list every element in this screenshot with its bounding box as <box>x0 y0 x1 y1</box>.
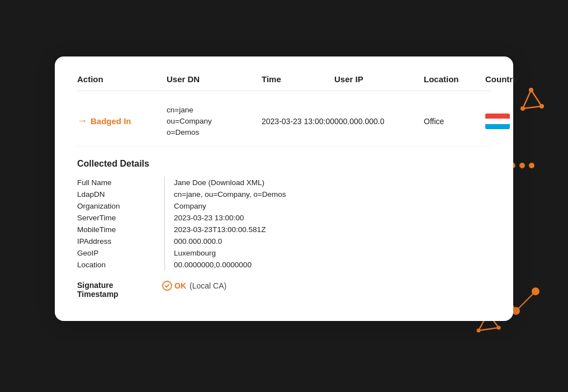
details-divider <box>164 177 165 271</box>
dot-2 <box>519 163 525 168</box>
label-ldapdn: LdapDN <box>77 188 155 200</box>
signature-value: OK (Local CA) <box>162 281 226 291</box>
country-cell <box>485 114 541 129</box>
val-organization: Company <box>174 200 379 212</box>
label-geoip: GeoIP <box>77 247 155 259</box>
outer-container: Action User DN Time User IP Location Cou… <box>55 56 513 336</box>
label-servertime: ServerTime <box>77 212 155 224</box>
val-location: 00.0000000,0.0000000 <box>174 259 379 271</box>
label-mobiletime: MobileTime <box>77 224 155 235</box>
propeller-icon-top-right <box>516 87 547 112</box>
col-time: Time <box>262 74 334 84</box>
val-ipaddress: 000.000.000.0 <box>174 235 379 247</box>
time-cell: 2023-03-23 13:00:00 <box>262 117 334 126</box>
val-servertime: 2023-03-23 13:00:00 <box>174 212 379 224</box>
details-labels-col: Full Name LdapDN Organization ServerTime… <box>77 177 155 271</box>
label-fullname: Full Name <box>77 177 155 188</box>
action-label: Badged In <box>91 116 131 126</box>
signature-row: SignatureTimestamp OK (Local CA) <box>77 281 491 299</box>
table-row: → Badged In cn=jane ou=Company o=Demos 2… <box>77 97 491 147</box>
details-table: Full Name LdapDN Organization ServerTime… <box>77 177 379 271</box>
table-header: Action User DN Time User IP Location Cou… <box>77 74 491 91</box>
col-user-ip: User IP <box>334 74 424 84</box>
svg-point-32 <box>477 328 481 332</box>
svg-point-5 <box>520 106 525 111</box>
ok-circle-icon <box>162 281 172 291</box>
flag-stripe-red <box>485 114 510 119</box>
badge-in-icon: → <box>77 115 87 127</box>
svg-line-1 <box>523 90 531 108</box>
label-organization: Organization <box>77 200 155 212</box>
signature-label: SignatureTimestamp <box>77 281 155 299</box>
val-fullname: Jane Doe (Download XML) <box>174 177 379 188</box>
label-location: Location <box>77 259 155 271</box>
svg-line-2 <box>531 90 542 106</box>
val-mobiletime: 2023-03-23T13:00:00.581Z <box>174 224 379 235</box>
svg-line-3 <box>523 106 542 108</box>
flag-stripe-white <box>485 119 510 125</box>
svg-point-4 <box>529 88 533 92</box>
action-cell: → Badged In <box>77 115 167 127</box>
dot-3 <box>529 163 534 168</box>
svg-point-24 <box>532 287 539 295</box>
svg-point-6 <box>539 104 544 108</box>
location-cell: Office <box>424 117 485 126</box>
col-country: Country <box>485 74 541 84</box>
flag-luxembourg <box>485 114 510 129</box>
flag-stripe-blue <box>485 124 510 129</box>
ok-text: OK <box>174 281 186 290</box>
svg-point-23 <box>512 307 520 315</box>
main-card: Action User DN Time User IP Location Cou… <box>55 56 513 322</box>
val-geoip: Luxembourg <box>174 247 379 259</box>
col-user-dn: User DN <box>167 74 262 84</box>
ok-sub-text: (Local CA) <box>190 281 226 290</box>
col-action: Action <box>77 74 167 84</box>
svg-line-27 <box>516 291 536 311</box>
details-values-col: Jane Doe (Download XML) cn=jane, ou=Comp… <box>174 177 379 271</box>
svg-point-33 <box>497 325 501 329</box>
col-location: Location <box>424 74 485 84</box>
user-ip-cell: 000.000.000.0 <box>334 117 424 126</box>
user-dn-cell: cn=jane ou=Company o=Demos <box>167 105 262 139</box>
svg-line-30 <box>479 328 499 330</box>
label-ipaddress: IPAddress <box>77 235 155 247</box>
val-ldapdn: cn=jane, ou=Company, o=Demos <box>174 188 379 200</box>
deco-dots <box>510 163 534 168</box>
ok-badge: OK <box>162 281 186 291</box>
collected-details-title: Collected Details <box>77 159 491 169</box>
